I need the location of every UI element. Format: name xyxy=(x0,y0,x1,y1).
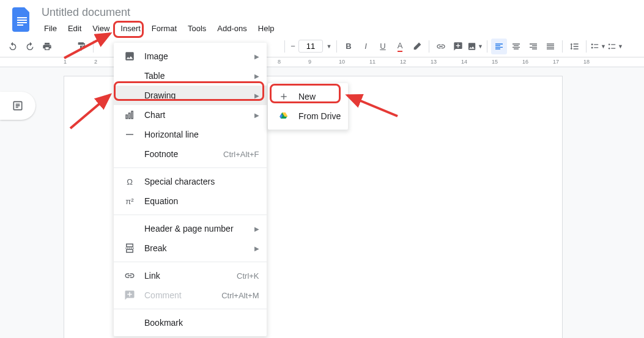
menu-file[interactable]: File xyxy=(39,21,62,35)
menu-label: Footnote xyxy=(144,149,202,159)
menu-label: Horizontal line xyxy=(144,130,259,139)
ruler-mark: 13 xyxy=(431,59,437,65)
insert-hline-item[interactable]: Horizontal line xyxy=(114,125,267,144)
insert-break-item[interactable]: Break ▶ xyxy=(114,238,267,258)
docs-logo-icon[interactable] xyxy=(10,7,34,32)
insert-link-item[interactable]: Link Ctrl+K xyxy=(114,266,267,285)
align-right-button[interactable] xyxy=(525,39,541,54)
svg-rect-1 xyxy=(17,20,27,21)
toolbar-separator xyxy=(586,40,587,53)
toolbar-separator xyxy=(336,40,337,53)
highlight-button[interactable] xyxy=(409,39,425,54)
underline-button[interactable]: U xyxy=(375,39,391,54)
italic-button[interactable]: I xyxy=(358,39,374,54)
insert-menu-dropdown: Image ▶ Table ▶ Drawing ▶ Chart ▶ Horizo… xyxy=(114,43,267,336)
toolbar-separator xyxy=(429,40,429,53)
redo-button[interactable] xyxy=(22,39,38,54)
font-size-increase[interactable]: ▼ xyxy=(324,39,333,54)
submenu-arrow-icon: ▶ xyxy=(242,245,259,252)
menu-label: Equation xyxy=(144,196,259,206)
menu-help[interactable]: Help xyxy=(253,21,279,35)
toolbar-separator xyxy=(284,40,285,53)
menu-insert[interactable]: Insert xyxy=(116,21,146,35)
menu-label: Comment xyxy=(144,290,201,300)
comment-icon xyxy=(124,289,136,301)
menu-addons[interactable]: Add-ons xyxy=(212,21,251,35)
font-size-decrease[interactable]: − xyxy=(289,39,297,54)
menu-label: Special characters xyxy=(144,177,259,186)
svg-point-4 xyxy=(609,43,610,45)
menu-separator xyxy=(114,309,267,309)
menu-separator xyxy=(114,262,267,262)
menu-label: Image xyxy=(144,51,234,61)
drive-icon xyxy=(278,110,290,122)
spellcheck-button[interactable] xyxy=(56,39,72,54)
ruler-mark: 17 xyxy=(553,59,559,65)
text-color-button[interactable]: A xyxy=(392,39,408,54)
insert-table-item[interactable]: Table ▶ xyxy=(114,66,267,86)
drawing-submenu: New From Drive xyxy=(268,83,348,130)
svg-rect-15 xyxy=(127,249,133,252)
shortcut-label: Ctrl+Alt+F xyxy=(223,150,259,159)
svg-point-5 xyxy=(609,47,610,49)
toolbar-separator xyxy=(562,40,563,53)
bold-button[interactable]: B xyxy=(341,39,357,54)
submenu-arrow-icon: ▶ xyxy=(242,112,259,119)
insert-footnote-item[interactable]: Footnote Ctrl+Alt+F xyxy=(114,144,267,164)
show-outline-button[interactable] xyxy=(0,92,35,120)
drawing-icon xyxy=(124,89,136,101)
menu-label: New xyxy=(298,92,341,101)
toolbar: − ▼ B I U A ▼ ▼ ▼ xyxy=(0,35,644,57)
insert-special-item[interactable]: Ω Special characters xyxy=(114,172,267,191)
insert-drawing-item[interactable]: Drawing ▶ xyxy=(114,86,267,105)
insert-link-button[interactable] xyxy=(433,39,449,54)
menu-label: Table xyxy=(144,71,234,81)
menu-label: Chart xyxy=(144,110,234,120)
menu-separator xyxy=(114,167,267,168)
svg-rect-12 xyxy=(131,111,133,119)
ruler-mark: 16 xyxy=(522,59,528,65)
font-size-input[interactable] xyxy=(298,40,323,53)
toolbar-separator xyxy=(93,40,94,53)
print-button[interactable] xyxy=(39,39,55,54)
paint-format-button[interactable] xyxy=(73,39,89,54)
menu-format[interactable]: Format xyxy=(147,21,182,35)
add-comment-button[interactable] xyxy=(450,39,466,54)
app-header: Untitled document File Edit View Insert … xyxy=(0,0,644,35)
insert-image-button[interactable]: ▼ xyxy=(467,39,483,54)
ruler-mark: 10 xyxy=(339,59,345,65)
ruler-mark: 18 xyxy=(583,59,590,65)
svg-rect-0 xyxy=(17,17,27,18)
insert-chart-item[interactable]: Chart ▶ xyxy=(114,105,267,125)
bulleted-list-button[interactable]: ▼ xyxy=(607,39,623,54)
submenu-arrow-icon: ▶ xyxy=(242,226,259,232)
insert-equation-item[interactable]: π² Equation xyxy=(114,191,267,211)
checklist-button[interactable]: ▼ xyxy=(590,39,606,54)
shortcut-label: Ctrl+K xyxy=(237,271,259,281)
undo-button[interactable] xyxy=(5,39,21,54)
insert-bookmark-item[interactable]: Bookmark xyxy=(114,313,267,332)
drawing-from-drive-item[interactable]: From Drive xyxy=(268,106,348,126)
menu-label: Drawing xyxy=(144,90,234,100)
insert-image-item[interactable]: Image ▶ xyxy=(114,46,267,66)
chart-icon xyxy=(124,109,136,121)
line-spacing-button[interactable] xyxy=(566,39,582,54)
hline-icon xyxy=(124,128,136,141)
svg-rect-14 xyxy=(127,244,133,247)
align-left-button[interactable] xyxy=(491,39,507,54)
menu-edit[interactable]: Edit xyxy=(63,21,86,35)
shortcut-label: Ctrl+Alt+M xyxy=(221,291,259,300)
menu-view[interactable]: View xyxy=(87,21,114,35)
footnote-icon xyxy=(124,148,136,160)
menu-label: Header & page number xyxy=(144,224,234,233)
header-icon xyxy=(124,222,136,235)
submenu-arrow-icon: ▶ xyxy=(242,53,259,60)
drawing-new-item[interactable]: New xyxy=(268,87,348,106)
insert-header-item[interactable]: Header & page number ▶ xyxy=(114,219,267,238)
menu-tools[interactable]: Tools xyxy=(183,21,211,35)
align-justify-button[interactable] xyxy=(542,39,558,54)
align-center-button[interactable] xyxy=(508,39,524,54)
horizontal-ruler[interactable]: 123456789101112131415161718 xyxy=(0,57,644,67)
svg-rect-3 xyxy=(17,24,23,26)
document-title[interactable]: Untitled document xyxy=(39,5,639,20)
